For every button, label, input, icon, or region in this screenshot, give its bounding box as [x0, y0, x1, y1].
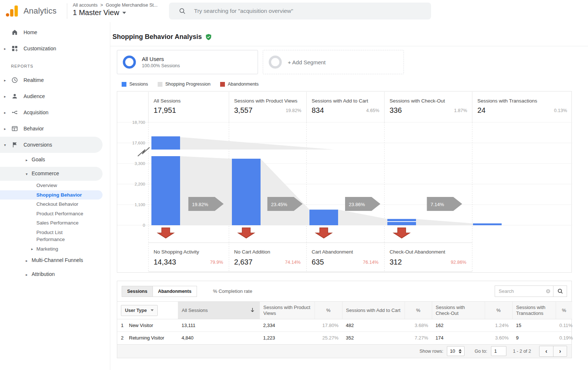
legend-swatch-icon	[122, 82, 126, 87]
sidebar-item-product-list-performance[interactable]: Product List Performance	[0, 228, 110, 244]
realtime-icon	[11, 76, 18, 84]
table-search-button[interactable]	[553, 285, 567, 297]
tab-abandonments[interactable]: Abandonments	[153, 286, 197, 297]
global-search-bar[interactable]: Try searching for "acquisition overview"	[169, 3, 431, 19]
spinner-icon	[459, 349, 462, 353]
sidebar-nav: Home▸CustomizationREPORTS▸Realtime▸Audie…	[0, 22, 110, 370]
sidebar-item-marketing[interactable]: ▸Marketing	[0, 244, 110, 254]
user-type-cell: 1New Visitor	[117, 319, 178, 332]
sidebar-item-label: Home	[0, 29, 37, 35]
breadcrumb-separator-icon: >	[100, 3, 103, 8]
user-type-dropdown[interactable]: User Type	[121, 305, 158, 316]
chevron-right-icon[interactable]: ▸	[4, 94, 6, 98]
sidebar-item-label: Product Performance	[0, 209, 90, 219]
tab-sessions[interactable]: Sessions	[122, 286, 153, 297]
col-sessions-with-check-out[interactable]: Sessions with Check-Out	[432, 302, 485, 319]
sidebar-section-reports: REPORTS	[0, 57, 110, 72]
chevron-right-icon[interactable]: ▸	[4, 47, 6, 51]
legend-swatch-icon	[158, 82, 162, 87]
col-sessions-with-transactions[interactable]: Sessions with Transactions	[512, 302, 556, 319]
breadcrumb[interactable]: All accounts > Google Merchandise St...	[73, 3, 158, 8]
sidebar-item-ecommerce[interactable]: ▾Ecommerce	[0, 167, 103, 181]
count-cell: 13,111	[178, 319, 259, 332]
count-cell: 1,223	[259, 332, 315, 344]
show-rows-label: Show rows:	[420, 349, 444, 354]
svg-text:Sessions with Check-Out: Sessions with Check-Out	[390, 98, 445, 104]
verified-shield-icon	[205, 33, 212, 40]
chevron-down-icon[interactable]: ▾	[26, 172, 28, 176]
sidebar-item-label: Multi-Channel Funnels	[0, 256, 88, 265]
account-view-selector[interactable]: All accounts > Google Merchandise St... …	[73, 3, 158, 17]
sidebar-item-audience[interactable]: ▸Audience	[0, 88, 110, 104]
chevron-right-icon[interactable]: ▸	[4, 127, 6, 131]
sidebar-item-multi-channel-funnels[interactable]: ▸Multi-Channel Funnels	[0, 254, 110, 267]
col-sessions-with-product-views[interactable]: Sessions with Product Views	[259, 302, 315, 319]
sort-descending-icon	[249, 307, 256, 313]
breadcrumb-account[interactable]: All accounts	[73, 3, 97, 8]
sidebar-item-checkout-behavior[interactable]: Checkout Behavior	[0, 200, 110, 209]
svg-text:2,200: 2,200	[135, 182, 145, 186]
count-cell: 4,840	[178, 332, 259, 344]
chevron-right-icon[interactable]: ▸	[4, 111, 6, 115]
sidebar-item-conversions[interactable]: ▾Conversions	[0, 137, 103, 153]
row-rank: 2	[121, 335, 129, 341]
svg-text:79.9%: 79.9%	[210, 260, 223, 265]
goto-page-input[interactable]	[491, 346, 506, 356]
col-percent-7[interactable]: %	[485, 302, 512, 319]
breadcrumb-property[interactable]: Google Merchandise St...	[106, 3, 158, 8]
sidebar-item-acquisition[interactable]: ▸Acquisition	[0, 104, 110, 121]
previous-page-button[interactable]: ‹	[539, 346, 553, 356]
table-row[interactable]: 2Returning Visitor4,8401,22325.27%3527.2…	[117, 332, 572, 344]
sidebar-item-behavior[interactable]: ▸Behavior	[0, 121, 110, 137]
col-percent-3[interactable]: %	[315, 302, 342, 319]
chevron-right-icon[interactable]: ▸	[26, 158, 28, 162]
sidebar-item-product-performance[interactable]: Product Performance	[0, 209, 110, 219]
sidebar-item-label: Goals	[0, 155, 88, 164]
segment-all-users[interactable]: All Users 100.00% Sessions	[117, 50, 258, 74]
sidebar-item-customization[interactable]: ▸Customization	[0, 40, 110, 57]
sidebar-item-sales-performance[interactable]: Sales Performance	[0, 218, 110, 228]
percent-cell: 17.80%	[315, 319, 342, 332]
show-rows-select[interactable]: 10	[447, 346, 464, 356]
add-segment-button[interactable]: + Add Segment	[263, 50, 404, 74]
next-page-button[interactable]: ›	[553, 346, 567, 356]
chart-legend: SessionsShopping ProgressionAbandonments	[122, 82, 572, 87]
svg-text:7.14%: 7.14%	[431, 202, 444, 207]
sidebar-item-label: Realtime	[0, 77, 44, 83]
search-icon	[557, 288, 563, 294]
sidebar-item-attribution[interactable]: ▸Attribution	[0, 267, 110, 281]
clear-search-icon[interactable]	[545, 288, 551, 294]
sidebar-item-shopping-behavior[interactable]: Shopping Behavior	[0, 190, 103, 200]
sidebar-item-overview[interactable]: Overview	[0, 181, 110, 190]
svg-text:All Sessions: All Sessions	[154, 98, 181, 104]
col-percent-5[interactable]: %	[405, 302, 432, 319]
svg-text:336: 336	[390, 106, 402, 114]
chevron-right-icon[interactable]: ▸	[26, 259, 28, 263]
top-app-bar: Analytics All accounts > Google Merchand…	[0, 0, 588, 22]
chevron-right-icon[interactable]: ▸	[31, 247, 33, 251]
count-cell: 352	[342, 332, 405, 344]
chevron-right-icon[interactable]: ▸	[4, 78, 6, 82]
product-name: Analytics	[24, 6, 57, 16]
col-all-sessions[interactable]: All Sessions	[178, 302, 259, 319]
sidebar-item-goals[interactable]: ▸Goals	[0, 153, 110, 167]
home-icon	[11, 29, 18, 36]
legend-label: Abandonments	[228, 82, 259, 87]
col-percent-9[interactable]: %	[556, 302, 572, 319]
svg-text:834: 834	[312, 106, 324, 114]
col-user-type[interactable]: User Type	[117, 302, 178, 319]
chevron-right-icon[interactable]: ▸	[26, 273, 28, 277]
count-cell: 174	[432, 332, 485, 344]
chevron-down-icon[interactable]: ▾	[4, 143, 6, 147]
analytics-logo-icon	[5, 4, 18, 18]
table-row[interactable]: 1New Visitor13,1112,33417.80%4823.68%162…	[117, 319, 572, 332]
percent-cell: 7.27%	[405, 332, 432, 344]
sidebar-item-home[interactable]: Home	[0, 24, 110, 40]
percent-cell: 3.68%	[405, 319, 432, 332]
svg-text:76.14%: 76.14%	[363, 260, 379, 265]
sidebar-item-realtime[interactable]: ▸Realtime	[0, 72, 110, 88]
col-sessions-with-add-to-cart[interactable]: Sessions with Add to Cart	[342, 302, 405, 319]
table-search-input[interactable]	[495, 285, 553, 297]
analytics-logo[interactable]: Analytics	[5, 4, 57, 18]
view-name[interactable]: 1 Master View	[73, 8, 119, 17]
